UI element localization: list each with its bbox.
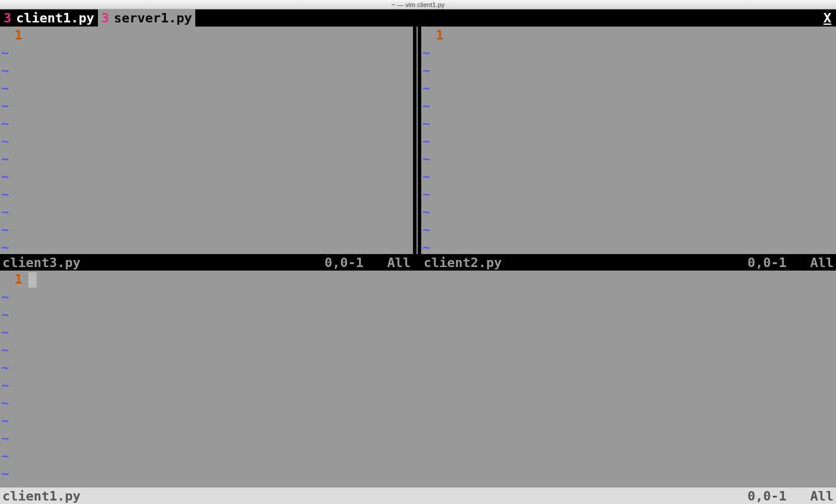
empty-line-tilde: ~ (421, 80, 836, 97)
empty-line-tilde: ~ (0, 324, 836, 341)
statusbar-divider (413, 254, 421, 271)
empty-line-tilde: ~ (0, 203, 413, 221)
pane-client2[interactable]: 1 ~ ~ ~ ~ ~ ~ ~ ~ ~ ~ ~ ~ (421, 27, 836, 254)
status-percent: All (810, 255, 834, 270)
empty-line-tilde: ~ (421, 239, 836, 254)
empty-line-tilde: ~ (0, 447, 836, 465)
pane-client1[interactable]: 1 ~ ~ ~ ~ ~ ~ ~ ~ ~ ~ ~ (0, 271, 836, 487)
empty-line-tilde: ~ (421, 115, 836, 133)
empty-line-tilde: ~ (0, 97, 413, 115)
tabline: 3 client1.py 3 server1.py X (0, 9, 836, 27)
empty-line-tilde: ~ (0, 80, 413, 97)
empty-line-tilde: ~ (0, 359, 836, 377)
empty-line-tilde: ~ (0, 412, 836, 430)
empty-line-tilde: ~ (0, 341, 836, 359)
empty-line-tilde: ~ (0, 239, 413, 254)
empty-line-tilde: ~ (421, 97, 836, 115)
tab-count: 3 (101, 11, 109, 25)
statusbar-top-row: client3.py 0,0-1 All client2.py 0,0-1 Al… (0, 254, 836, 271)
statusbar-client3: client3.py 0,0-1 All (0, 254, 413, 271)
empty-line-tilde: ~ (421, 221, 836, 239)
window-titlebar: ~ — vim client1.py (0, 0, 836, 9)
status-position: 0,0-1 (324, 255, 387, 270)
status-percent: All (810, 489, 834, 503)
vertical-split-divider[interactable] (413, 27, 421, 254)
empty-line-tilde: ~ (421, 133, 836, 150)
empty-line-tilde: ~ (0, 430, 836, 447)
empty-line-tilde: ~ (421, 203, 836, 221)
empty-line-tilde: ~ (421, 168, 836, 186)
status-filename: client3.py (2, 255, 80, 270)
line-number: 1 (0, 271, 28, 288)
top-split-container: 1 ~ ~ ~ ~ ~ ~ ~ ~ ~ ~ ~ ~ 1 ~ ~ ~ ~ ~ ~ … (0, 27, 836, 254)
buffer-line: 1 (421, 27, 836, 44)
empty-line-tilde: ~ (0, 186, 413, 203)
cursor (28, 272, 37, 288)
empty-line-tilde: ~ (421, 44, 836, 62)
statusbar-client2: client2.py 0,0-1 All (421, 254, 836, 271)
empty-line-tilde: ~ (0, 133, 413, 150)
status-percent: All (387, 255, 411, 270)
line-number: 1 (0, 27, 28, 44)
empty-line-tilde: ~ (0, 115, 413, 133)
line-number: 1 (421, 27, 450, 44)
empty-line-tilde: ~ (0, 168, 413, 186)
line-content (450, 27, 836, 44)
tab-count: 3 (4, 11, 11, 25)
tab-label: server1.py (114, 11, 192, 25)
empty-line-tilde: ~ (421, 150, 836, 168)
empty-line-tilde: ~ (0, 377, 836, 394)
tab-client1[interactable]: 3 client1.py (0, 9, 98, 27)
empty-line-tilde: ~ (421, 186, 836, 203)
tab-close-button[interactable]: X (824, 11, 836, 25)
empty-line-tilde: ~ (0, 44, 413, 62)
pane-client3[interactable]: 1 ~ ~ ~ ~ ~ ~ ~ ~ ~ ~ ~ ~ (0, 27, 413, 254)
status-position: 0,0-1 (748, 489, 810, 503)
empty-line-tilde: ~ (0, 306, 836, 324)
empty-line-tilde: ~ (0, 150, 413, 168)
empty-line-tilde: ~ (0, 465, 836, 483)
buffer-line: 1 (0, 271, 836, 288)
status-filename: client1.py (2, 489, 80, 503)
tab-label: client1.py (16, 11, 94, 25)
empty-line-tilde: ~ (0, 62, 413, 80)
buffer-line: 1 (0, 27, 413, 44)
tab-server1[interactable]: 3 server1.py (98, 9, 196, 27)
status-filename: client2.py (424, 255, 501, 270)
statusbar-client1: client1.py 0,0-1 All (0, 487, 836, 504)
empty-line-tilde: ~ (0, 394, 836, 412)
line-content (28, 271, 836, 288)
empty-line-tilde: ~ (421, 62, 836, 80)
empty-line-tilde: ~ (0, 288, 836, 306)
line-content (28, 27, 413, 44)
status-position: 0,0-1 (748, 255, 810, 270)
empty-line-tilde: ~ (0, 221, 413, 239)
